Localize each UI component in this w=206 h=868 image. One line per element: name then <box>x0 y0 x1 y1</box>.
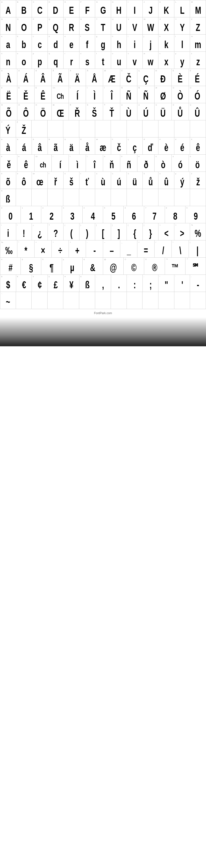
grid-cell: mm <box>190 35 206 52</box>
cell-char: m <box>195 40 201 50</box>
cell-label: ň <box>104 155 105 158</box>
cell-char: d <box>54 40 58 50</box>
grid-cell: << <box>159 223 174 240</box>
cell-char: 9 <box>194 211 198 221</box>
cell-label: D <box>49 1 50 3</box>
grid-cell: >> <box>174 223 190 240</box>
cell-char: 5 <box>111 211 115 221</box>
cell-char: | <box>196 246 198 256</box>
cell-label: J <box>144 1 145 3</box>
grid-cell: yy <box>174 52 190 69</box>
cell-label: Ü <box>156 104 157 106</box>
cell-label: l <box>175 35 176 37</box>
grid-cell-empty <box>95 189 111 206</box>
cell-label: Ž <box>17 121 18 123</box>
grid-cell: ßß <box>79 275 95 292</box>
cell-char: ť <box>85 177 89 187</box>
grid-cell: éé <box>174 137 190 154</box>
cell-label: ] <box>112 224 112 226</box>
cell-label: Ã <box>53 70 54 72</box>
cell-label: C <box>33 1 34 3</box>
grid-cell: ďď <box>143 137 159 154</box>
grid-cell-empty <box>127 189 143 206</box>
cell-label: Ö <box>35 104 37 106</box>
cell-char: Ž <box>22 125 26 135</box>
grid-cell: ¶¶ <box>41 257 62 275</box>
grid-cell: ÖÖ <box>35 103 52 120</box>
grid-cell: :: <box>127 275 143 292</box>
cell-char: r <box>70 57 73 67</box>
grid-cell: MM <box>190 0 206 17</box>
grid-cell: ìì <box>69 155 86 172</box>
cell-char: Ñ <box>126 91 131 101</box>
cell-label: u <box>112 53 113 55</box>
grid-cell-empty <box>159 189 174 206</box>
grid-cell: ]] <box>111 223 127 240</box>
grid-cell-empty <box>111 292 127 309</box>
grid-cell-empty <box>174 189 190 206</box>
grid-cell: ãã <box>48 137 64 154</box>
cell-label: ê <box>191 138 192 141</box>
cell-char: y <box>180 57 184 67</box>
grid-cell-empty <box>95 292 111 309</box>
grid-cell: $$ <box>0 275 16 292</box>
grid-cell: ££ <box>48 275 64 292</box>
grid-cell: ℠℠ <box>185 257 206 275</box>
cell-char: Č <box>126 74 131 84</box>
cell-label: E <box>65 1 66 3</box>
grid-cell-empty <box>174 120 190 137</box>
cell-char: Ð <box>160 74 165 84</box>
cell-label: è <box>160 138 160 141</box>
cell-label: Ř <box>70 104 71 106</box>
cell-char: Ä <box>75 74 80 84</box>
grid-cell: íí <box>52 155 69 172</box>
cell-char: À <box>6 74 11 84</box>
grid-cell: DD <box>48 0 64 17</box>
cell-char: Ã <box>58 74 63 84</box>
grid-cell: áá <box>16 137 32 154</box>
cell-label: Â <box>35 70 37 72</box>
grid-cell-empty <box>63 120 79 137</box>
cell-char: D <box>53 5 58 16</box>
cell-label: Z <box>191 18 192 20</box>
cell-char: + <box>75 246 79 256</box>
cell-label: P <box>33 18 34 20</box>
cell-char: ç <box>133 143 136 153</box>
cell-label: 8 <box>166 207 167 209</box>
cell-char: / <box>162 246 164 256</box>
cell-label: © <box>125 258 126 260</box>
grid-cell: ## <box>0 257 21 275</box>
cell-label: t <box>96 53 97 55</box>
cell-label: ã <box>49 138 50 141</box>
grid-cell-empty <box>79 292 95 309</box>
cell-char: Ñ <box>143 91 148 101</box>
cell-label: ä <box>65 138 65 141</box>
grid-cell: ØØ <box>154 86 172 103</box>
cell-char: á <box>22 143 26 153</box>
cell-char: # <box>8 263 12 273</box>
cell-char: N <box>6 23 11 33</box>
cell-char: ¶ <box>49 263 54 273</box>
cell-char: æ <box>100 143 106 153</box>
footer: FontPark.com <box>0 309 206 317</box>
grid-cell: ¿¿ <box>32 223 48 240</box>
cell-char: i <box>7 228 9 239</box>
grid-cell: ßß <box>0 189 16 206</box>
grid-cell: ÄÄ <box>69 69 86 86</box>
cell-char: Q <box>53 23 58 33</box>
cell-char: H <box>116 5 121 16</box>
cell-char: x <box>165 57 168 67</box>
cell-label: – <box>104 241 105 243</box>
cell-char: o <box>22 57 26 67</box>
cell-char: Æ <box>108 74 115 84</box>
cell-char: £ <box>54 280 58 290</box>
cell-label: g <box>96 35 97 37</box>
cell-char: ò <box>161 160 165 170</box>
cell-label: h <box>112 35 113 37</box>
grid-row-row-punct-1: ii!!¿¿??(())[[]]{{}}<<>>%% <box>0 223 206 241</box>
cell-label: Ñ <box>121 87 123 89</box>
cell-char: a <box>6 40 10 50</box>
cell-label: ó <box>173 155 174 158</box>
cell-label: ý <box>175 173 176 175</box>
grid-cell: üü <box>127 172 143 189</box>
